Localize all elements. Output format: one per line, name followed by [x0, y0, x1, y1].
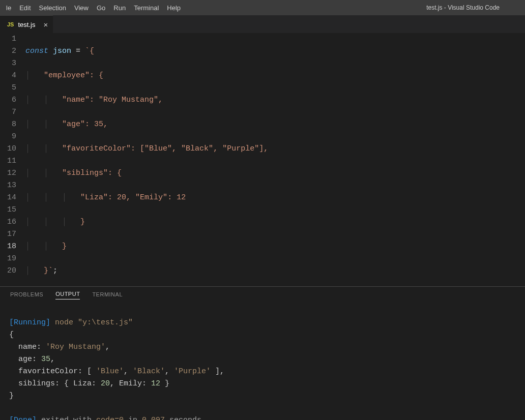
menu-edit[interactable]: Edit: [15, 0, 35, 15]
tab-testjs[interactable]: JS test.js ×: [0, 15, 53, 33]
line-number-gutter: 12345 678910 1112131415 1617181920: [0, 33, 25, 286]
menu-file[interactable]: le: [2, 0, 15, 15]
tab-terminal[interactable]: TERMINAL: [92, 291, 123, 299]
js-file-icon: JS: [7, 21, 14, 27]
tab-bar: JS test.js ×: [0, 15, 525, 33]
menu-help[interactable]: Help: [163, 0, 185, 15]
menu-selection[interactable]: Selection: [35, 0, 70, 15]
output-console[interactable]: [Running] node "y:\test.js" { name: 'Roy…: [0, 303, 525, 420]
menu-run[interactable]: Run: [109, 0, 130, 15]
panel-tabs: PROBLEMS OUTPUT TERMINAL: [0, 287, 525, 303]
tab-label: test.js: [18, 21, 35, 28]
menu-terminal[interactable]: Terminal: [130, 0, 163, 15]
bottom-panel: PROBLEMS OUTPUT TERMINAL [Running] node …: [0, 286, 525, 420]
menu-bar: le Edit Selection View Go Run Terminal H…: [0, 0, 525, 15]
tab-problems[interactable]: PROBLEMS: [10, 291, 43, 299]
tab-output[interactable]: OUTPUT: [55, 291, 80, 299]
close-icon[interactable]: ×: [43, 20, 48, 29]
editor[interactable]: 12345 678910 1112131415 1617181920 const…: [0, 33, 525, 286]
window-title: test.js - Visual Studio Code: [426, 4, 500, 11]
code-area[interactable]: const json = `{ │ "employee": { │ │ "nam…: [25, 33, 525, 286]
menu-go[interactable]: Go: [93, 0, 109, 15]
menu-view[interactable]: View: [70, 0, 93, 15]
